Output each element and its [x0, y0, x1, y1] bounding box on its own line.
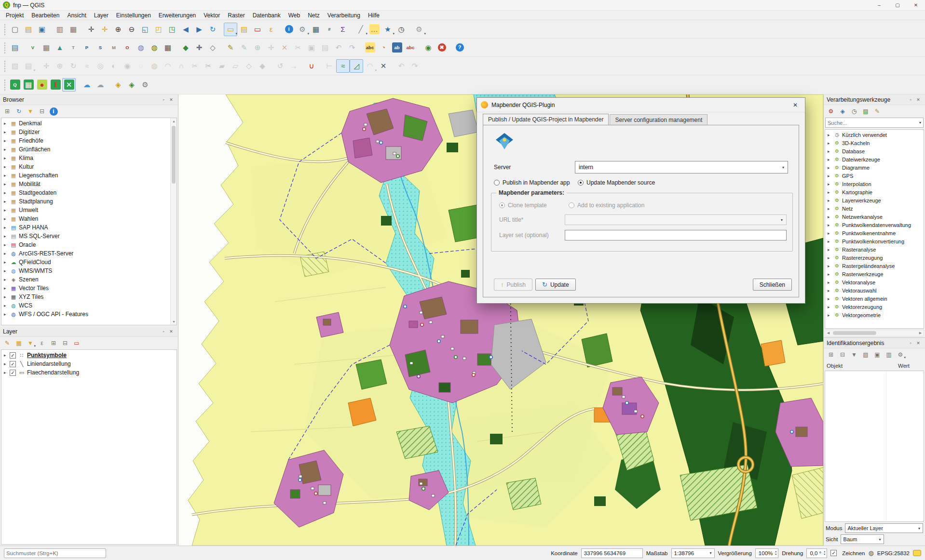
zoom-next-button[interactable]: ▶: [192, 23, 206, 36]
processing-group-item[interactable]: ⚙ Punktwolkenentnahme: [825, 229, 924, 237]
identify-print-button[interactable]: ▥: [884, 349, 894, 360]
add-wfs-layer-button[interactable]: ◍: [148, 41, 161, 54]
processing-search-input[interactable]: [828, 120, 919, 126]
expand-arrow-icon[interactable]: [4, 303, 10, 308]
processing-group-item[interactable]: ⚙ Dateiwerkzeuge: [825, 155, 924, 163]
menu-item[interactable]: Projekt: [2, 11, 27, 20]
run-feature-action-button[interactable]: ⚙: [296, 23, 309, 36]
menu-item[interactable]: Bearbeiten: [27, 11, 63, 20]
menu-item[interactable]: Erweiterungen: [155, 11, 200, 20]
delete-selected-button[interactable]: ✕: [278, 41, 291, 54]
tracing-offset-button[interactable]: ◿: [350, 59, 363, 73]
layer-visibility-checkbox[interactable]: [10, 361, 16, 367]
scrollbar-thumb[interactable]: [833, 331, 876, 335]
menu-item[interactable]: Raster: [224, 11, 248, 20]
spinner-arrows-icon[interactable]: [775, 550, 776, 556]
copy-move-features-button[interactable]: ⊕: [53, 59, 67, 73]
search-settings-button[interactable]: ⚙: [412, 23, 426, 36]
add-ring-button[interactable]: ◎: [94, 59, 107, 73]
new-geopackage-button[interactable]: ◆: [179, 41, 192, 54]
filter-expression-button[interactable]: ε: [37, 338, 47, 348]
browser-item[interactable]: ▦ Stadtgeodaten: [1, 188, 177, 197]
expand-arrow-icon[interactable]: [4, 294, 10, 299]
expand-arrow-icon[interactable]: [828, 272, 833, 277]
browser-item[interactable]: ▦ Grünflächen: [1, 145, 177, 154]
processing-history-button[interactable]: ◷: [849, 106, 859, 117]
expand-arrow-icon[interactable]: [828, 190, 833, 195]
expand-arrow-icon[interactable]: [4, 370, 10, 375]
expand-arrow-icon[interactable]: [828, 173, 833, 178]
filter-legend-button[interactable]: ▼: [25, 338, 36, 348]
reshape-features-button[interactable]: ∩: [175, 59, 188, 73]
expand-arrow-icon[interactable]: [828, 214, 833, 219]
close-panel-button[interactable]: [914, 96, 922, 104]
add-wms-layer-button[interactable]: ◍: [134, 41, 148, 54]
expand-arrow-icon[interactable]: [4, 190, 10, 195]
identify-results-table[interactable]: [825, 371, 924, 522]
scroll-left-icon[interactable]: [825, 330, 831, 336]
expand-arrow-icon[interactable]: [828, 239, 833, 244]
identify-clear-button[interactable]: ▧: [860, 349, 871, 360]
radio-publish-app[interactable]: [494, 180, 500, 186]
processing-group-item[interactable]: ⚙ 3D-Kacheln: [825, 139, 924, 147]
processing-group-item[interactable]: ⚙ Vektorerzeugung: [825, 303, 924, 311]
save-edits-button[interactable]: ✎: [237, 41, 251, 54]
scroll-down-icon[interactable]: [171, 319, 177, 325]
expand-arrow-icon[interactable]: [4, 234, 10, 239]
add-mesh-layer-button[interactable]: ▲: [53, 41, 67, 54]
tab-publish-update[interactable]: Publish / Update QGIS-Project in Mapbend…: [483, 114, 609, 125]
undo-vertex-button[interactable]: ↶: [394, 59, 408, 73]
processing-group-item[interactable]: ⚙ Punktwolkenkonvertierung: [825, 237, 924, 245]
simplify-feature-button[interactable]: ≈: [80, 59, 94, 73]
zoom-out-button[interactable]: ⊖: [125, 23, 138, 36]
field-calculator-button[interactable]: #: [323, 23, 336, 36]
locator-input[interactable]: [6, 550, 104, 556]
deselect-all-button[interactable]: ▭: [251, 23, 264, 36]
scale-combo[interactable]: 1:38796: [671, 548, 715, 558]
processing-group-item[interactable]: ⚙ Rasteranalyse: [825, 245, 924, 253]
expand-arrow-icon[interactable]: [4, 312, 10, 317]
layer-diagram-button[interactable]: ◔: [377, 41, 390, 54]
add-feature-button[interactable]: ⊕: [251, 41, 264, 54]
new-shapefile-button[interactable]: ✚: [192, 41, 206, 54]
coordinate-input[interactable]: [581, 548, 643, 558]
float-panel-button[interactable]: [907, 96, 914, 104]
trim-extend-button[interactable]: ⊢: [323, 59, 336, 73]
merge-attributes-button[interactable]: ▱: [229, 59, 242, 73]
labeling-options-button[interactable]: ab: [390, 41, 404, 54]
expand-arrow-icon[interactable]: [4, 353, 10, 358]
mode-combo[interactable]: Aktueller Layer: [845, 523, 923, 533]
browser-item[interactable]: ▦ Kultur: [1, 162, 177, 171]
browser-filter-button[interactable]: ▼: [25, 106, 36, 117]
browser-item[interactable]: ▦ Mobilität: [1, 180, 177, 188]
processing-results-button[interactable]: ▤: [860, 106, 871, 117]
processing-group-item[interactable]: ⚙ Rasterwerkzeuge: [825, 270, 924, 278]
close-panel-button[interactable]: [914, 339, 922, 347]
expand-arrow-icon[interactable]: [828, 247, 833, 252]
close-button[interactable]: Schließen: [753, 279, 792, 291]
expand-arrow-icon[interactable]: [4, 147, 10, 152]
new-print-layout-button[interactable]: ▥: [53, 23, 67, 36]
expand-arrow-icon[interactable]: [828, 206, 833, 211]
toggle-editing-button[interactable]: ✎: [224, 41, 237, 54]
remove-layer-button[interactable]: ▭: [71, 338, 82, 348]
expand-arrow-icon[interactable]: [4, 268, 10, 273]
menu-item[interactable]: Ansicht: [63, 11, 90, 20]
plugin-bars-button[interactable]: ‖: [49, 78, 62, 92]
add-spatialite-layer-button[interactable]: S: [94, 41, 107, 54]
measure-button[interactable]: ╱: [354, 23, 367, 36]
add-delimited-text-button[interactable]: T: [67, 41, 80, 54]
expand-arrow-icon[interactable]: [4, 251, 10, 256]
pan-map-button[interactable]: ✛: [84, 23, 98, 36]
browser-item[interactable]: ▦ Vector Tiles: [1, 284, 177, 293]
vertex-tool-button[interactable]: ◇: [242, 59, 256, 73]
select-features-button[interactable]: ▭: [224, 23, 237, 36]
zoom-in-button[interactable]: ⊕: [111, 23, 125, 36]
dialog-titlebar[interactable]: Mapbender QGIS-Plugin: [477, 98, 805, 112]
browser-item[interactable]: ▦ Klima: [1, 154, 177, 162]
layer-item[interactable]: ╲ Liniendarstellung: [1, 360, 177, 368]
expand-arrow-icon[interactable]: [828, 149, 833, 154]
split-features-button[interactable]: ✂: [188, 59, 202, 73]
rotate-feature-button[interactable]: ↻: [67, 59, 80, 73]
menu-item[interactable]: Layer: [90, 11, 112, 20]
